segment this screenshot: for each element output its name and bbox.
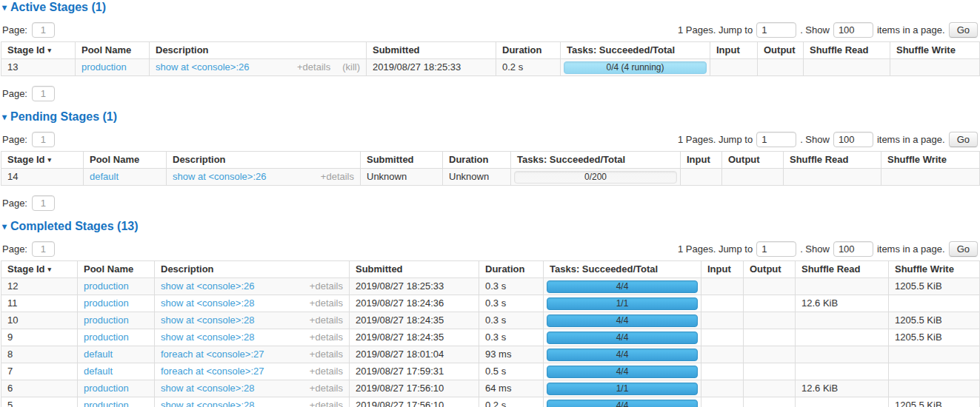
stage-description-link[interactable]: foreach at <console>:27 [161,349,264,360]
stage-description-link[interactable]: show at <console>:26 [173,171,266,182]
col-header-submitted[interactable]: Submitted [361,152,443,169]
details-toggle[interactable]: +details [310,280,343,292]
col-header-duration[interactable]: Duration [496,42,561,59]
go-button[interactable]: Go [949,241,978,257]
jump-to-page-input[interactable] [756,22,796,38]
submitted-cell: 2019/08/27 18:01:04 [350,346,479,363]
page-number-input[interactable] [32,22,55,38]
page-number-input[interactable] [32,132,55,147]
page-number-input[interactable] [32,195,55,211]
col-header-description[interactable]: Description [167,152,361,169]
stage-description-link[interactable]: show at <console>:28 [161,297,254,309]
go-button[interactable]: Go [949,22,978,38]
col-header-input[interactable]: Input [701,261,744,278]
jump-to-page-input[interactable] [756,241,796,257]
pool-link[interactable]: production [84,332,129,343]
col-header-submitted[interactable]: Submitted [350,261,479,278]
details-toggle[interactable]: +details [297,61,330,73]
description-actions: +details [310,298,343,309]
col-header-input[interactable]: Input [681,152,722,169]
stage-description-link[interactable]: show at <console>:26 [161,280,254,292]
col-header-stage-id[interactable]: Stage Id▾ [1,261,78,278]
pool-link[interactable]: default [84,349,113,360]
section-heading-pending[interactable]: ▾Pending Stages (1) [2,111,979,123]
col-header-shuffle-read[interactable]: Shuffle Read [796,261,889,278]
input-cell [701,346,744,363]
col-header-submitted[interactable]: Submitted [367,42,496,59]
duration-cell: 93 ms [479,346,544,363]
details-toggle[interactable]: +details [310,400,343,407]
pool-link[interactable]: default [90,171,119,182]
stage-description-link[interactable]: show at <console>:28 [161,332,254,343]
details-toggle[interactable]: +details [310,366,343,377]
col-header-duration[interactable]: Duration [479,261,544,278]
col-header-output[interactable]: Output [758,42,804,59]
page-number-input[interactable] [32,86,55,101]
col-header-tasks-succeeded-total[interactable]: Tasks: Succeeded/Total [561,42,710,59]
pool-link[interactable]: production [84,314,129,326]
kill-link[interactable]: (kill) [342,61,360,73]
go-button[interactable]: Go [949,132,978,147]
col-header-description[interactable]: Description [155,261,350,278]
stage-description-link[interactable]: show at <console>:26 [156,61,249,73]
pool-link[interactable]: production [84,297,129,309]
details-toggle[interactable]: +details [310,332,343,343]
pool-link[interactable]: production [81,61,127,73]
stage-description-link[interactable]: show at <console>:28 [161,383,254,394]
col-header-pool-name[interactable]: Pool Name [84,152,167,169]
col-header-pool-name[interactable]: Pool Name [76,42,150,59]
col-header-shuffle-write[interactable]: Shuffle Write [889,261,980,278]
col-header-label: Stage Id [7,263,45,275]
col-header-output[interactable]: Output [722,152,784,169]
stage-id-cell: 10 [1,312,78,329]
input-cell [701,380,744,397]
col-header-stage-id[interactable]: Stage Id▾ [1,152,84,169]
items-per-page-label: items in a page. [877,243,945,255]
details-toggle[interactable]: +details [321,171,354,182]
items-per-page-input[interactable] [833,132,873,147]
details-toggle[interactable]: +details [310,314,343,326]
col-header-description[interactable]: Description [150,42,367,59]
stage-description-link[interactable]: show at <console>:28 [161,400,254,407]
tasks-progress-bar: 0/4 (4 running) [564,61,707,74]
section-heading-completed[interactable]: ▾Completed Stages (13) [2,221,979,232]
pool-link[interactable]: production [84,280,129,292]
col-header-shuffle-read[interactable]: Shuffle Read [804,42,890,59]
col-header-stage-id[interactable]: Stage Id▾ [1,42,76,59]
pagination-row: Page: [2,86,978,101]
section-title[interactable]: Active Stages (1) [10,1,106,13]
tasks-progress-label: 4/4 [616,315,629,326]
submitted-cell: 2019/08/27 17:56:10 [350,397,479,407]
col-header-shuffle-write[interactable]: Shuffle Write [890,42,980,59]
col-header-input[interactable]: Input [710,42,758,59]
section-title[interactable]: Pending Stages (1) [10,110,117,123]
stage-description-link[interactable]: show at <console>:28 [161,314,254,326]
stage-id-cell: 13 [1,59,76,76]
stage-row: 9productionshow at <console>:28+details2… [1,329,980,346]
items-per-page-input[interactable] [833,22,873,38]
items-per-page-label: items in a page. [877,24,945,36]
col-header-tasks-succeeded-total[interactable]: Tasks: Succeeded/Total [544,261,701,278]
col-header-duration[interactable]: Duration [443,152,511,169]
output-cell [744,278,796,295]
stage-description-link[interactable]: foreach at <console>:27 [161,366,264,377]
pool-link[interactable]: production [84,400,129,407]
section-title[interactable]: Completed Stages (13) [10,220,138,232]
pool-link[interactable]: default [84,366,113,377]
col-header-output[interactable]: Output [744,261,796,278]
page-number-input[interactable] [32,241,55,257]
col-header-tasks-succeeded-total[interactable]: Tasks: Succeeded/Total [511,152,681,169]
pagination-row: Page: [2,195,978,211]
pool-link[interactable]: production [84,383,129,394]
col-header-shuffle-write[interactable]: Shuffle Write [881,152,980,169]
details-toggle[interactable]: +details [310,349,343,360]
col-header-shuffle-read[interactable]: Shuffle Read [784,152,881,169]
items-per-page-input[interactable] [833,241,873,257]
pool-name-cell: production [78,312,155,329]
details-toggle[interactable]: +details [310,383,343,394]
col-header-pool-name[interactable]: Pool Name [78,261,155,278]
details-toggle[interactable]: +details [310,297,343,309]
jump-to-page-input[interactable] [756,132,796,147]
collapse-arrow-icon: ▾ [2,221,7,232]
section-heading-active[interactable]: ▾Active Stages (1) [2,1,979,13]
